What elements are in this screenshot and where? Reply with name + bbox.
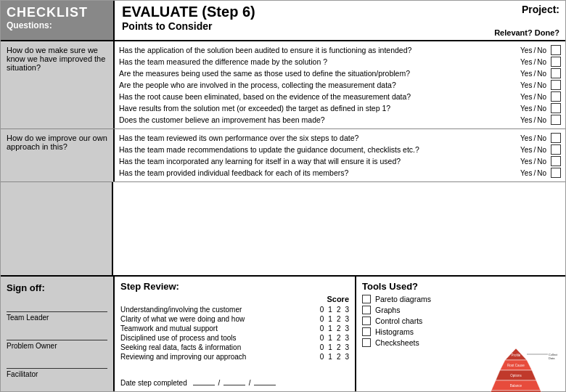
no-label: No [537, 146, 546, 154]
signature-line [7, 303, 107, 312]
relevant-done-label: Relevant? Done? [494, 28, 559, 37]
step-review-title: Step Review: [120, 281, 349, 292]
answer-checkbox[interactable] [551, 115, 561, 125]
step-title: EVALUATE (Step 6) [122, 4, 442, 20]
yes-label: Yes [520, 105, 532, 113]
checklist-item-text: Has the team incorporated any learning f… [119, 157, 503, 166]
checklist-item-text: Has the root cause been eliminated, base… [119, 92, 503, 101]
header-main: EVALUATE (Step 6) Points to Consider [113, 1, 449, 40]
pyramid-svg: Profile Root Cause Options Balance [472, 347, 559, 392]
pyramid-area: Profile Root Cause Options Balance [472, 347, 559, 392]
score-value[interactable]: 1 [328, 343, 332, 351]
tool-checkbox[interactable] [362, 295, 371, 303]
score-value[interactable]: 0 [320, 324, 324, 332]
checklist-item-text: Has the team provided individual feedbac… [119, 168, 503, 177]
tool-checkbox[interactable] [362, 306, 371, 314]
tools-list: Pareto diagramsGraphsControl chartsHisto… [362, 295, 559, 347]
score-value[interactable]: 0 [320, 343, 324, 351]
tools-bottom: © Tesseract Management Systems Profile R… [362, 347, 559, 392]
score-value[interactable]: 2 [337, 343, 341, 351]
score-row: Understanding/involving the customer0123 [120, 305, 349, 314]
answer-checkbox[interactable] [551, 133, 561, 143]
checklist-item: Does the customer believe an improvement… [119, 114, 561, 126]
date-line-1 [193, 385, 215, 385]
score-numbers: 0123 [320, 353, 349, 361]
yes-label: Yes [520, 158, 532, 166]
score-value[interactable]: 1 [328, 324, 332, 332]
score-value[interactable]: 2 [337, 353, 341, 361]
score-value[interactable]: 1 [328, 353, 332, 361]
date-line-3 [254, 385, 276, 385]
checklist-item-text: Have results from the solution met (or e… [119, 104, 503, 113]
section-1-question: How do we make sure we know we have impr… [1, 41, 113, 128]
score-value[interactable]: 0 [320, 353, 324, 361]
score-value[interactable]: 2 [337, 324, 341, 332]
yes-label: Yes [520, 58, 532, 66]
step-review-section: Step Review: Score Understanding/involvi… [113, 277, 355, 391]
score-row: Reviewing and improving our approach0123 [120, 352, 349, 362]
checklist-item-text: Are the measures being used the same as … [119, 69, 503, 78]
checklist-item: Has the root cause been eliminated, base… [119, 91, 561, 102]
score-numbers: 0123 [320, 306, 349, 314]
answer-checkbox[interactable] [551, 68, 561, 78]
section-1-items: Has the application of the solution been… [113, 41, 565, 128]
checklist-item-text: Has the application of the solution been… [119, 46, 503, 54]
score-row-label: Disciplined use of process and tools [120, 334, 320, 342]
answer-checkbox[interactable] [551, 168, 561, 178]
tool-checkbox[interactable] [362, 317, 371, 325]
checklist-wrapper: How do we make sure we know we have impr… [1, 41, 565, 391]
score-row-label: Teamwork and mutual support [120, 324, 320, 332]
score-value[interactable]: 0 [320, 334, 324, 342]
checklist-item-right: Yes / No [503, 144, 561, 155]
checklist-item: Has the team incorporated any learning f… [119, 155, 561, 167]
yes-label: Yes [520, 70, 532, 78]
yes-label: Yes [520, 46, 532, 54]
svg-text:Balance: Balance [510, 384, 522, 388]
svg-text:Profile: Profile [512, 354, 521, 357]
score-numbers: 0123 [320, 343, 349, 351]
score-row-label: Seeking real data, facts & information [120, 343, 320, 351]
score-value[interactable]: 3 [345, 353, 349, 361]
sign-off-title: Sign off: [7, 282, 107, 293]
svg-text:Options: Options [510, 374, 522, 377]
points-label: Points to Consider [122, 20, 442, 32]
answer-checkbox[interactable] [551, 57, 561, 67]
score-value[interactable]: 3 [345, 343, 349, 351]
score-value[interactable]: 1 [328, 306, 332, 314]
checklist-item: Has the application of the solution been… [119, 44, 561, 56]
checklist-item-right: Yes / No [503, 91, 561, 102]
tool-label: Checksheets [375, 338, 419, 347]
checklist-item: Has the team reviewed its own performanc… [119, 132, 561, 144]
score-value[interactable]: 3 [345, 306, 349, 314]
tool-checkbox[interactable] [362, 338, 371, 347]
no-label: No [537, 158, 546, 166]
score-value[interactable]: 3 [345, 334, 349, 342]
checklist-item: Are the people who are involved in the p… [119, 79, 561, 91]
score-value[interactable]: 0 [320, 306, 324, 314]
yes-label: Yes [520, 81, 532, 89]
score-value[interactable]: 2 [337, 334, 341, 342]
checklist-item-text: Are the people who are involved in the p… [119, 81, 503, 89]
answer-checkbox[interactable] [551, 80, 561, 90]
yes-label: Yes [520, 146, 532, 154]
answer-checkbox[interactable] [551, 91, 561, 102]
answer-checkbox[interactable] [551, 45, 561, 55]
sign-off-roles: Team LeaderProblem OwnerFacilitator [7, 303, 107, 378]
checklist-item-right: Yes / No [503, 133, 561, 143]
answer-checkbox[interactable] [551, 103, 561, 113]
score-value[interactable]: 0 [320, 315, 324, 323]
tool-checkbox[interactable] [362, 327, 371, 336]
answer-checkbox[interactable] [551, 144, 561, 155]
score-value[interactable]: 3 [345, 315, 349, 323]
score-value[interactable]: 3 [345, 324, 349, 332]
tools-section: Tools Used? Pareto diagramsGraphsControl… [355, 277, 565, 391]
score-value[interactable]: 1 [328, 315, 332, 323]
answer-checkbox[interactable] [551, 156, 561, 166]
score-value[interactable]: 2 [337, 315, 341, 323]
project-label: Project: [522, 4, 559, 15]
score-value[interactable]: 2 [337, 306, 341, 314]
header: CHECKLIST Questions: EVALUATE (Step 6) P… [1, 1, 565, 41]
score-value[interactable]: 1 [328, 334, 332, 342]
checklist-item-right: Yes / No [503, 103, 561, 113]
tool-item: Histograms [362, 327, 559, 336]
